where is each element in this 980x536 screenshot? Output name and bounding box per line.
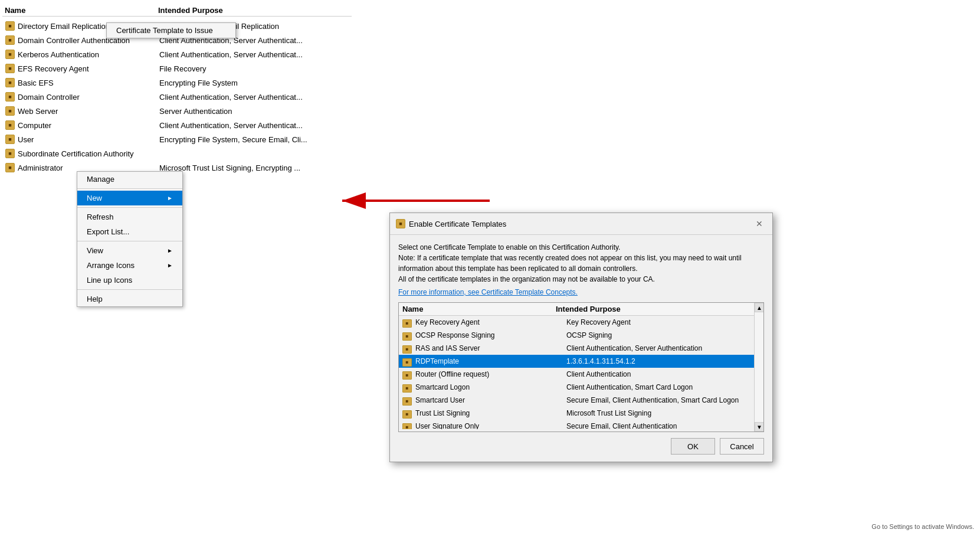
dialog-row[interactable]: ■ Router (Offline request) Client Authen… <box>399 368 763 381</box>
cert-row-purpose: Client Authentication, Server Authentica… <box>159 50 349 59</box>
scrollbar-down-button[interactable]: ▼ <box>755 422 764 432</box>
dialog-title-icon: ■ <box>396 219 405 228</box>
dialog-table-body[interactable]: ■ Key Recovery Agent Key Recovery Agent … <box>399 316 763 429</box>
cert-row[interactable]: ■ Kerberos Authentication Client Authent… <box>2 47 352 61</box>
activation-watermark: Go to Settings to activate Windows. <box>871 523 974 530</box>
cert-row-purpose: Server Authentication <box>159 107 349 116</box>
cert-icon: ■ <box>5 148 15 159</box>
dialog-row-name: Smartcard Logon <box>415 383 566 391</box>
dialog-row[interactable]: ■ User Signature Only Secure Email, Clie… <box>399 420 763 429</box>
menu-arrow-new: ► <box>167 195 173 201</box>
menu-item-export[interactable]: Export List... <box>77 224 182 239</box>
dialog-row-purpose: Client Authentication, Smart Card Logon <box>566 383 760 391</box>
cert-icon: ■ <box>5 120 15 130</box>
scrollbar-up-button[interactable]: ▲ <box>755 303 764 312</box>
dialog-table: Name Intended Purpose ■ Key Recovery Age… <box>398 302 764 432</box>
red-arrow <box>207 189 496 214</box>
dialog-row-purpose: Microsoft Trust List Signing <box>566 409 760 417</box>
dialog-row-name: Smartcard User <box>415 396 566 404</box>
menu-separator-2 <box>77 207 182 208</box>
new-submenu: Certificate Template to Issue <box>106 22 236 38</box>
submenu-cert-template[interactable]: Certificate Template to Issue <box>107 23 235 38</box>
dialog-col-header-purpose: Intended Purpose <box>556 305 760 313</box>
dialog-row-name: RAS and IAS Server <box>415 344 566 352</box>
menu-label-view: View <box>87 246 103 255</box>
cert-row[interactable]: ■ Basic EFS Encrypting File System <box>2 76 352 90</box>
dialog-close-button[interactable]: ✕ <box>752 217 766 231</box>
dialog-col-header-name: Name <box>402 305 556 313</box>
cert-row[interactable]: ■ User Encrypting File System, Secure Em… <box>2 132 352 146</box>
cert-row-purpose: File Recovery <box>159 64 349 73</box>
dialog-row-name: OCSP Response Signing <box>415 331 566 339</box>
dialog-link[interactable]: For more information, see Certificate Te… <box>398 288 578 296</box>
menu-item-help[interactable]: Help <box>77 292 182 306</box>
dialog-row-purpose: Client Authentication, Server Authentica… <box>566 344 760 352</box>
dialog-desc-line2: Note: If a certificate template that was… <box>398 253 764 263</box>
menu-label-export: Export List... <box>87 227 129 236</box>
dialog-cert-icon: ■ <box>402 408 413 418</box>
cert-row-purpose: Encrypting File System, Secure Email, Cl… <box>159 135 349 144</box>
scrollbar-track[interactable] <box>755 312 763 422</box>
cert-icon: ■ <box>5 134 15 145</box>
dialog-table-header: Name Intended Purpose <box>399 303 763 316</box>
dialog-desc-line4: All of the certificate templates in the … <box>398 274 764 285</box>
cert-icon: ■ <box>5 106 15 116</box>
menu-item-refresh[interactable]: Refresh <box>77 210 182 224</box>
menu-item-manage[interactable]: Manage <box>77 172 182 187</box>
dialog-row-name: User Signature Only <box>415 422 566 429</box>
menu-separator-3 <box>77 241 182 241</box>
dialog-ok-button[interactable]: OK <box>671 438 715 455</box>
dialog-row-name: Key Recovery Agent <box>415 318 566 326</box>
dialog-cert-icon: ■ <box>402 396 413 405</box>
cert-row[interactable]: ■ Domain Controller Client Authenticatio… <box>2 90 352 104</box>
dialog-cert-icon: ■ <box>402 344 413 353</box>
dialog-row[interactable]: ■ RAS and IAS Server Client Authenticati… <box>399 342 763 355</box>
cert-row[interactable]: ■ Subordinate Certification Authority <box>2 146 352 161</box>
cert-row[interactable]: ■ EFS Recovery Agent File Recovery <box>2 61 352 76</box>
dialog-row[interactable]: ■ Smartcard Logon Client Authentication,… <box>399 381 763 394</box>
menu-item-lineup[interactable]: Line up Icons <box>77 273 182 287</box>
cert-row-name: Subordinate Certification Authority <box>18 149 159 158</box>
dialog-row[interactable]: ■ Smartcard User Secure Email, Client Au… <box>399 394 763 407</box>
dialog-row-purpose: 1.3.6.1.4.1.311.54.1.2 <box>566 357 760 365</box>
dialog-scrollbar[interactable]: ▲ ▼ <box>754 303 763 432</box>
dialog-row[interactable]: ■ OCSP Response Signing OCSP Signing <box>399 329 763 342</box>
cert-icon: ■ <box>5 49 15 60</box>
dialog-row[interactable]: ■ Trust List Signing Microsoft Trust Lis… <box>399 407 763 420</box>
cert-row-name: Domain Controller <box>18 93 159 102</box>
dialog-row-name: Trust List Signing <box>415 409 566 417</box>
menu-label-new: New <box>87 194 102 202</box>
cert-row[interactable]: ■ Web Server Server Authentication <box>2 104 352 118</box>
dialog-description: Select one Certificate Template to enabl… <box>398 242 764 298</box>
dialog-cert-icon: ■ <box>402 357 413 366</box>
menu-item-view[interactable]: View ► <box>77 243 182 258</box>
dialog-row-purpose: Secure Email, Client Authentication <box>566 422 760 429</box>
dialog-row-purpose: Key Recovery Agent <box>566 318 760 326</box>
dialog-body: Select one Certificate Template to enabl… <box>390 235 772 462</box>
context-menu: Manage New ► Refresh Export List... View… <box>77 171 183 307</box>
menu-label-lineup: Line up Icons <box>87 276 132 285</box>
dialog-cancel-button[interactable]: Cancel <box>720 438 764 455</box>
cert-row-name: EFS Recovery Agent <box>18 64 159 73</box>
menu-label-arrange: Arrange Icons <box>87 261 135 270</box>
dialog-enable-cert-templates: ■ Enable Certificate Templates ✕ Select … <box>389 213 773 462</box>
dialog-desc-line3: information about this template has been… <box>398 263 764 274</box>
dialog-row-purpose: Client Authentication <box>566 370 760 378</box>
cert-row-purpose: Client Authentication, Server Authentica… <box>159 93 349 102</box>
menu-item-new[interactable]: New ► <box>77 191 182 205</box>
cert-row-name: Computer <box>18 121 159 130</box>
dialog-cert-icon: ■ <box>402 383 413 392</box>
watermark-text: Go to Settings to activate Windows. <box>871 523 974 530</box>
dialog-row[interactable]: ■ Key Recovery Agent Key Recovery Agent <box>399 316 763 329</box>
cert-icon: ■ <box>5 63 15 74</box>
cert-row-name: Web Server <box>18 107 159 116</box>
dialog-row[interactable]: ■ RDPTemplate 1.3.6.1.4.1.311.54.1.2 <box>399 355 763 368</box>
menu-label-refresh: Refresh <box>87 213 114 221</box>
cert-row[interactable]: ■ Computer Client Authentication, Server… <box>2 118 352 132</box>
main-area: Name Intended Purpose ■ Directory Email … <box>0 0 980 536</box>
cert-icon: ■ <box>5 77 15 88</box>
menu-arrow-arrange: ► <box>167 262 173 269</box>
menu-separator-4 <box>77 289 182 290</box>
col-header-purpose: Intended Purpose <box>158 6 349 15</box>
menu-item-arrange[interactable]: Arrange Icons ► <box>77 258 182 273</box>
